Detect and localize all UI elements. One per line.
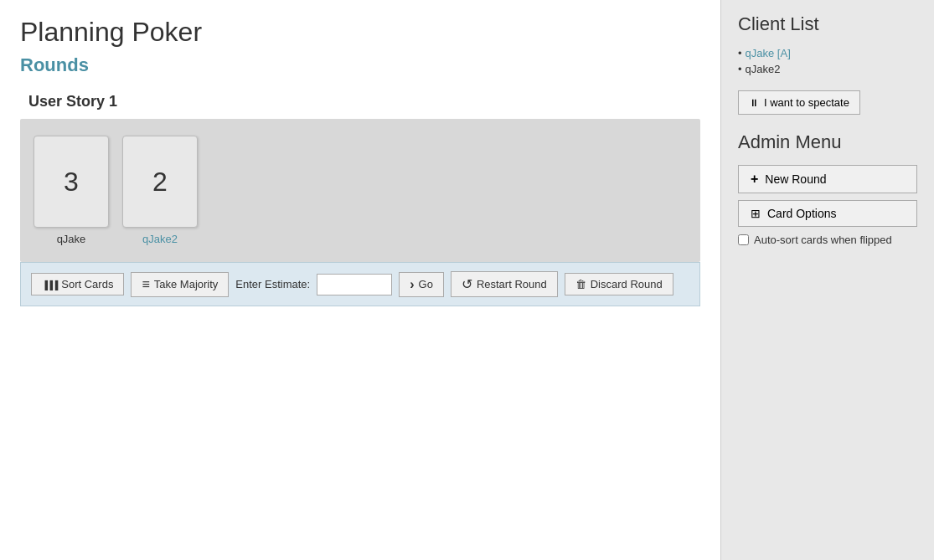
client-list-title: Client List (738, 13, 917, 35)
discard-round-button[interactable]: Discard Round (565, 273, 673, 295)
main-panel: Planning Poker Rounds User Story 1 3 qJa… (0, 0, 720, 560)
restart-round-label: Restart Round (477, 278, 547, 290)
client-dot-2: • (738, 63, 742, 75)
story-section: User Story 1 3 qJake 2 qJake2 Sort Cards (20, 93, 700, 306)
sort-cards-button[interactable]: Sort Cards (31, 273, 124, 295)
spectate-label: I want to spectate (764, 96, 849, 109)
card-options-label: Card Options (767, 207, 836, 220)
enter-estimate-label: Enter Estimate: (235, 278, 310, 290)
card-2: 2 (122, 136, 198, 228)
take-majority-icon (142, 277, 149, 292)
client-item-1: • qJake [A] (738, 45, 917, 61)
rounds-heading: Rounds (20, 54, 700, 76)
sidebar: Client List • qJake [A] • qJake2 I want … (720, 0, 934, 560)
card-container-2: 2 qJake2 (122, 136, 198, 245)
client-name-1: qJake [A] (746, 47, 791, 59)
new-round-button[interactable]: New Round (738, 165, 917, 193)
card-container-1: 3 qJake (34, 136, 109, 245)
estimate-input[interactable] (317, 274, 392, 295)
autosort-text: Auto-sort cards when flipped (754, 234, 892, 246)
action-toolbar: Sort Cards Take Majority Enter Estimate:… (20, 262, 700, 306)
client-dot-1: • (738, 47, 742, 59)
card-1: 3 (34, 136, 109, 228)
card-label-2: qJake2 (142, 233, 178, 245)
discard-round-label: Discard Round (591, 278, 663, 290)
app-title: Planning Poker (20, 17, 700, 48)
admin-menu-title: Admin Menu (738, 131, 917, 153)
go-button[interactable]: Go (399, 272, 444, 297)
cards-area: 3 qJake 2 qJake2 (20, 119, 700, 262)
go-label: Go (419, 278, 433, 290)
card-label-1: qJake (57, 233, 86, 245)
go-icon (410, 277, 414, 292)
client-list: • qJake [A] • qJake2 (738, 45, 917, 77)
new-round-icon (751, 172, 758, 187)
story-title: User Story 1 (28, 93, 700, 110)
client-name-2: qJake2 (746, 63, 781, 75)
card-options-button[interactable]: Card Options (738, 200, 917, 227)
client-item-2: • qJake2 (738, 61, 917, 77)
card-value-2: 2 (152, 167, 168, 198)
discard-icon (575, 278, 586, 290)
new-round-label: New Round (765, 172, 826, 186)
sort-cards-icon (42, 278, 57, 290)
spectate-icon (749, 96, 759, 109)
restart-icon (462, 276, 472, 292)
restart-round-button[interactable]: Restart Round (451, 271, 558, 297)
card-value-1: 3 (64, 167, 79, 198)
sort-cards-label: Sort Cards (61, 278, 113, 290)
take-majority-button[interactable]: Take Majority (131, 272, 229, 297)
autosort-checkbox[interactable] (738, 234, 749, 245)
take-majority-label: Take Majority (154, 278, 219, 290)
spectate-button[interactable]: I want to spectate (738, 90, 860, 115)
autosort-label[interactable]: Auto-sort cards when flipped (738, 234, 917, 246)
card-options-icon (751, 207, 761, 220)
